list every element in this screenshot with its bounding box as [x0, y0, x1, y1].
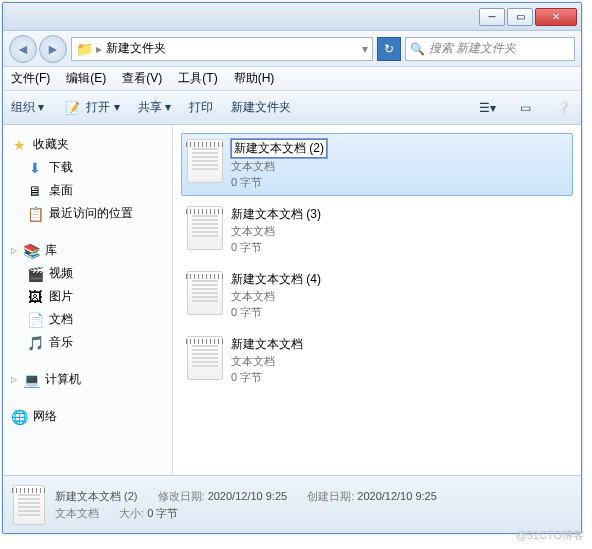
status-filetype: 文本文档	[55, 506, 99, 521]
network-icon: 🌐	[11, 409, 27, 425]
sidebar-item-downloads[interactable]: ⬇下载	[7, 156, 168, 179]
computer-icon: 💻	[23, 372, 39, 388]
chevron-right-icon: ▸	[96, 42, 102, 56]
file-item[interactable]: 新建文本文档 (3)文本文档0 字节	[181, 200, 573, 261]
file-icon	[13, 485, 45, 525]
sidebar-item-videos[interactable]: 🎬视频	[7, 262, 168, 285]
folder-icon: 📁	[76, 41, 92, 57]
txt-file-icon	[187, 336, 223, 380]
file-name: 新建文本文档 (3)	[231, 206, 321, 223]
txt-file-icon	[187, 206, 223, 250]
menu-tools[interactable]: 工具(T)	[178, 70, 217, 87]
minimize-button[interactable]: ─	[479, 8, 505, 26]
file-type: 文本文档	[231, 159, 327, 174]
file-type: 文本文档	[231, 354, 303, 369]
file-size: 0 字节	[231, 370, 303, 385]
breadcrumb-folder[interactable]: 新建文件夹	[106, 40, 166, 57]
forward-button[interactable]: ►	[39, 35, 67, 63]
help-icon[interactable]: ❔	[553, 98, 573, 118]
address-bar[interactable]: 📁 ▸ 新建文件夹 ▾	[71, 37, 373, 61]
notepad-icon: 📝	[62, 98, 82, 118]
open-button[interactable]: 📝 打开 ▾	[62, 98, 119, 118]
txt-file-icon	[187, 271, 223, 315]
newfolder-button[interactable]: 新建文件夹	[231, 99, 291, 116]
file-item[interactable]: 新建文本文档 (2)文本文档0 字节	[181, 133, 573, 196]
content-body: ★ 收藏夹 ⬇下载 🖥桌面 📋最近访问的位置 ▷ 📚 库 🎬视频 🖼图片 📄文档…	[3, 125, 581, 475]
watermark: @51CTO博客	[516, 528, 584, 543]
file-size: 0 字节	[231, 240, 321, 255]
txt-file-icon	[187, 139, 223, 183]
file-size: 0 字节	[231, 175, 327, 190]
video-icon: 🎬	[27, 266, 43, 282]
sidebar-network: 🌐 网络	[7, 405, 168, 428]
chevron-right-icon: ▷	[11, 375, 17, 384]
sidebar-item-desktop[interactable]: 🖥桌面	[7, 179, 168, 202]
refresh-button[interactable]: ↻	[377, 37, 401, 61]
download-icon: ⬇	[27, 160, 43, 176]
menu-edit[interactable]: 编辑(E)	[66, 70, 106, 87]
sidebar: ★ 收藏夹 ⬇下载 🖥桌面 📋最近访问的位置 ▷ 📚 库 🎬视频 🖼图片 📄文档…	[3, 125, 173, 475]
sidebar-item-documents[interactable]: 📄文档	[7, 308, 168, 331]
sidebar-computer: ▷ 💻 计算机	[7, 368, 168, 391]
menubar: 文件(F) 编辑(E) 查看(V) 工具(T) 帮助(H)	[3, 67, 581, 91]
chevron-right-icon: ▷	[11, 246, 17, 255]
file-name[interactable]: 新建文本文档 (2)	[231, 139, 327, 158]
sidebar-item-recent[interactable]: 📋最近访问的位置	[7, 202, 168, 225]
star-icon: ★	[11, 137, 27, 153]
file-item[interactable]: 新建文本文档 (4)文本文档0 字节	[181, 265, 573, 326]
print-button[interactable]: 打印	[189, 99, 213, 116]
desktop-icon: 🖥	[27, 183, 43, 199]
sidebar-favorites: ★ 收藏夹 ⬇下载 🖥桌面 📋最近访问的位置	[7, 133, 168, 225]
search-icon: 🔍	[410, 42, 425, 56]
file-name: 新建文本文档 (4)	[231, 271, 321, 288]
search-input[interactable]: 🔍 搜索 新建文件夹	[405, 37, 575, 61]
maximize-button[interactable]: ▭	[507, 8, 533, 26]
picture-icon: 🖼	[27, 289, 43, 305]
recent-icon: 📋	[27, 206, 43, 222]
preview-pane-icon[interactable]: ▭	[515, 98, 535, 118]
file-item[interactable]: 新建文本文档文本文档0 字节	[181, 330, 573, 391]
sidebar-item-music[interactable]: 🎵音乐	[7, 331, 168, 354]
file-name: 新建文本文档	[231, 336, 303, 353]
chevron-down-icon[interactable]: ▾	[362, 42, 368, 56]
menu-file[interactable]: 文件(F)	[11, 70, 50, 87]
music-icon: 🎵	[27, 335, 43, 351]
document-icon: 📄	[27, 312, 43, 328]
menu-help[interactable]: 帮助(H)	[234, 70, 275, 87]
file-size: 0 字节	[231, 305, 321, 320]
view-options-icon[interactable]: ☰▾	[477, 98, 497, 118]
file-list[interactable]: 新建文本文档 (2)文本文档0 字节新建文本文档 (3)文本文档0 字节新建文本…	[173, 125, 581, 475]
search-placeholder: 搜索 新建文件夹	[429, 40, 516, 57]
close-button[interactable]: ✕	[535, 8, 577, 26]
library-icon: 📚	[23, 243, 39, 259]
menu-view[interactable]: 查看(V)	[122, 70, 162, 87]
share-button[interactable]: 共享 ▾	[138, 99, 171, 116]
status-filename: 新建文本文档 (2)	[55, 489, 138, 504]
sidebar-item-pictures[interactable]: 🖼图片	[7, 285, 168, 308]
nav-row: ◄ ► 📁 ▸ 新建文件夹 ▾ ↻ 🔍 搜索 新建文件夹	[3, 31, 581, 67]
organize-button[interactable]: 组织 ▾	[11, 99, 44, 116]
status-bar: 新建文本文档 (2) 修改日期: 2020/12/10 9:25 创建日期: 2…	[3, 475, 581, 533]
sidebar-libraries: ▷ 📚 库 🎬视频 🖼图片 📄文档 🎵音乐	[7, 239, 168, 354]
back-button[interactable]: ◄	[9, 35, 37, 63]
toolbar: 组织 ▾ 📝 打开 ▾ 共享 ▾ 打印 新建文件夹 ☰▾ ▭ ❔	[3, 91, 581, 125]
file-type: 文本文档	[231, 224, 321, 239]
explorer-window: ─ ▭ ✕ ◄ ► 📁 ▸ 新建文件夹 ▾ ↻ 🔍 搜索 新建文件夹 文件(F)…	[2, 2, 582, 534]
file-type: 文本文档	[231, 289, 321, 304]
titlebar: ─ ▭ ✕	[3, 3, 581, 31]
